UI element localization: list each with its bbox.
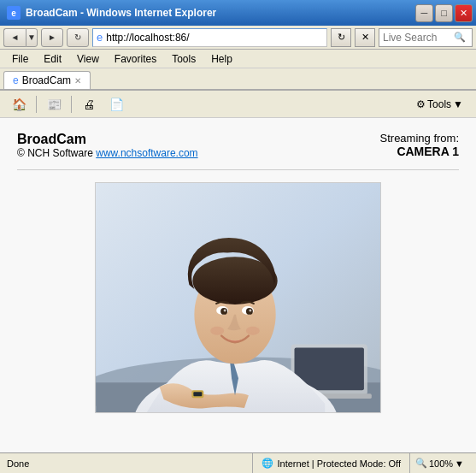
forward-button[interactable]: ► (41, 28, 63, 47)
window-controls: ─ □ ✕ (415, 4, 473, 22)
menu-help[interactable]: Help (204, 51, 239, 67)
copyright: © NCH Software www.nchsoftware.com (17, 147, 198, 159)
menu-tools[interactable]: Tools (165, 51, 203, 67)
title-bar: e BroadCam - Windows Internet Explorer ─… (0, 0, 476, 26)
ie-favicon: e (97, 31, 103, 44)
home-button[interactable]: 🏠 (7, 93, 31, 115)
svg-point-17 (246, 327, 260, 335)
zone-label: Internet | Protected Mode: Off (277, 458, 401, 469)
window-title: BroadCam - Windows Internet Explorer (26, 7, 216, 19)
address-bar: ◄ ▼ ► ↻ e http://localhost:86/ ↻ ✕ 🔍 (0, 26, 476, 50)
content-divider (17, 169, 459, 170)
tools-dropdown-icon: ▼ (453, 98, 463, 110)
ie-icon: e (7, 6, 21, 20)
menu-bar: File Edit View Favorites Tools Help (0, 50, 476, 68)
go-button[interactable]: ↻ (331, 28, 351, 47)
ie-window: e BroadCam - Windows Internet Explorer ─… (0, 0, 476, 473)
content-area: BroadCam © NCH Software www.nchsoftware.… (0, 118, 476, 452)
svg-point-14 (224, 309, 226, 311)
tools-icon: ⚙ (416, 98, 426, 110)
toolbar-separator-2 (71, 96, 72, 113)
page-button[interactable]: 📄 (104, 93, 128, 115)
camera-image (96, 183, 380, 412)
status-bar: Done 🌐 Internet | Protected Mode: Off 🔍 … (0, 452, 476, 473)
search-input[interactable] (383, 32, 451, 44)
camera-feed (95, 182, 381, 413)
app-name: BroadCam (17, 132, 198, 147)
feeds-button[interactable]: 📰 (42, 93, 66, 115)
status-zoom: 🔍 100% ▼ (409, 453, 469, 473)
refresh-button[interactable]: ↻ (67, 28, 89, 47)
zoom-label: 100% (429, 458, 453, 469)
tab-broadcom[interactable]: e BroadCam ✕ (3, 71, 91, 89)
back-button[interactable]: ◄ (3, 28, 26, 47)
toolbar: 🏠 📰 🖨 📄 ⚙ Tools ▼ (0, 91, 476, 118)
menu-favorites[interactable]: Favorites (108, 51, 163, 67)
tab-close-icon[interactable]: ✕ (74, 76, 81, 86)
zone-icon: 🌐 (262, 458, 273, 469)
menu-edit[interactable]: Edit (37, 51, 68, 67)
url-text: http://localhost:86/ (106, 32, 189, 44)
zoom-dropdown-icon[interactable]: ▼ (455, 458, 464, 469)
tools-label: Tools (427, 98, 451, 110)
status-zone: 🌐 Internet | Protected Mode: Off (252, 453, 409, 473)
svg-point-16 (210, 327, 224, 335)
website-link[interactable]: www.nchsoftware.com (96, 147, 197, 159)
tab-favicon: e (13, 74, 19, 86)
zoom-icon: 🔍 (415, 458, 427, 469)
toolbar-separator-1 (36, 96, 37, 113)
streaming-info: Streaming from: CAMERA 1 (380, 132, 459, 158)
stop-button[interactable]: ✕ (355, 28, 375, 47)
svg-point-15 (249, 309, 251, 311)
menu-file[interactable]: File (5, 51, 35, 67)
tools-button[interactable]: ⚙ Tools ▼ (410, 96, 469, 113)
search-button[interactable]: 🔍 (451, 29, 468, 46)
streaming-label: Streaming from: (380, 132, 459, 145)
search-box[interactable]: 🔍 (379, 28, 473, 47)
back-dropdown[interactable]: ▼ (26, 28, 38, 47)
broadcom-header: BroadCam © NCH Software www.nchsoftware.… (17, 132, 459, 159)
tab-bar: e BroadCam ✕ (0, 68, 476, 91)
minimize-button[interactable]: ─ (415, 4, 433, 22)
camera-name: CAMERA 1 (380, 145, 459, 158)
print-button[interactable]: 🖨 (77, 93, 101, 115)
menu-view[interactable]: View (70, 51, 106, 67)
status-text: Done (7, 458, 252, 469)
address-field[interactable]: e http://localhost:86/ (92, 28, 327, 47)
svg-rect-19 (193, 392, 202, 396)
maximize-button[interactable]: □ (435, 4, 453, 22)
tab-label: BroadCam (22, 74, 71, 86)
close-button[interactable]: ✕ (455, 4, 473, 22)
nav-buttons: ◄ ▼ (3, 28, 38, 47)
